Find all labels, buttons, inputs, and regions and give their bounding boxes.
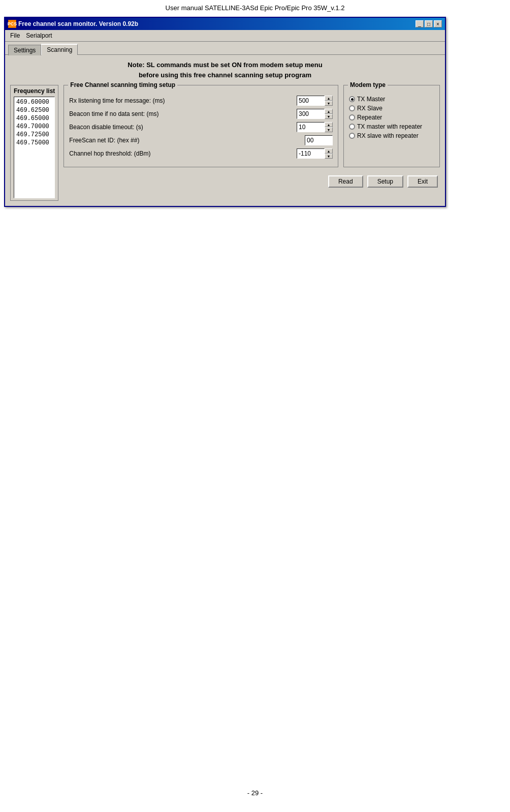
radio-button-tx-master-with-repeater[interactable]: [349, 124, 355, 130]
tab-settings[interactable]: Settings: [8, 45, 41, 55]
freescan-id-container: [305, 135, 333, 145]
beacon-time-label: Beacon time if no data sent: (ms): [69, 110, 294, 117]
form-row-beacon-disable: Beacon disable timeout: (s) ▲ ▼: [69, 122, 333, 132]
channel-hop-label: Channel hop threshold: (dBm): [69, 150, 294, 157]
radio-button-tx-master[interactable]: [349, 96, 355, 102]
beacon-time-spinbtns: ▲ ▼: [325, 109, 333, 119]
form-row-rx-listen: Rx listening time for message: (ms) ▲ ▼: [69, 96, 333, 106]
setup-button[interactable]: Setup: [367, 175, 403, 188]
rx-listen-spin: ▲ ▼: [297, 96, 333, 106]
menu-bar: File Serialport: [5, 30, 445, 42]
frequency-list-box: Frequency list 469.60000469.62500469.650…: [10, 85, 58, 201]
beacon-time-down[interactable]: ▼: [325, 114, 333, 119]
freescan-id-label: FreeScan net ID: (hex ##): [69, 137, 302, 144]
read-button[interactable]: Read: [328, 175, 363, 188]
note-text: Note: SL commands must be set ON from mo…: [10, 60, 440, 80]
right-panel: Free Channel scanning timing setup Rx li…: [63, 85, 440, 201]
beacon-disable-spin: ▲ ▼: [297, 122, 333, 132]
menu-file[interactable]: File: [7, 31, 23, 40]
modem-type-group: Modem type TX MasterRX SlaveRepeaterTX m…: [343, 85, 440, 167]
form-row-beacon-time: Beacon time if no data sent: (ms) ▲ ▼: [69, 109, 333, 119]
beacon-time-input[interactable]: [297, 109, 325, 119]
main-layout: Frequency list 469.60000469.62500469.650…: [10, 85, 440, 201]
beacon-time-spin: ▲ ▼: [297, 109, 333, 119]
form-row-channel-hop: Channel hop threshold: (dBm) ▲ ▼: [69, 148, 333, 159]
title-bar: PCS Free channel scan monitor. Version 0…: [5, 18, 445, 30]
radio-label: RX Slave: [357, 105, 382, 112]
channel-hop-input[interactable]: [297, 148, 325, 159]
app-icon: PCS: [8, 20, 16, 28]
radio-button-repeater[interactable]: [349, 114, 355, 121]
beacon-disable-down[interactable]: ▼: [325, 127, 333, 132]
modem-options: TX MasterRX SlaveRepeaterTX master with …: [349, 96, 434, 139]
beacon-disable-up[interactable]: ▲: [325, 122, 333, 127]
menu-serialport[interactable]: Serialport: [23, 31, 55, 40]
freescan-id-input[interactable]: [305, 135, 333, 145]
timing-modem-row: Free Channel scanning timing setup Rx li…: [63, 85, 440, 167]
list-item[interactable]: 469.60000: [15, 98, 53, 106]
radio-label: Repeater: [357, 114, 382, 121]
radio-row: TX Master: [349, 96, 434, 103]
radio-label: RX slave with repeater: [357, 132, 419, 139]
beacon-time-up[interactable]: ▲: [325, 109, 333, 114]
rx-listen-up[interactable]: ▲: [325, 96, 333, 101]
list-item[interactable]: 469.65000: [15, 114, 53, 123]
list-item[interactable]: 469.75000: [15, 139, 53, 147]
rx-listen-label: Rx listening time for message: (ms): [69, 97, 294, 104]
page-title: User manual SATELLINE-3ASd Epic Pro/Epic…: [0, 0, 510, 17]
timing-group: Free Channel scanning timing setup Rx li…: [63, 85, 338, 167]
radio-row: Repeater: [349, 114, 434, 121]
list-item[interactable]: 469.62500: [15, 106, 53, 114]
radio-row: RX slave with repeater: [349, 132, 434, 139]
button-row: Read Setup Exit: [63, 175, 440, 188]
page-number: - 29 -: [0, 789, 510, 797]
title-bar-buttons: _ □ ×: [416, 20, 442, 27]
rx-listen-spinbtns: ▲ ▼: [325, 96, 333, 106]
beacon-disable-input[interactable]: [297, 122, 325, 132]
window-title: Free channel scan monitor. Version 0.92b: [18, 20, 138, 27]
maximize-button[interactable]: □: [425, 20, 433, 27]
form-row-freescan-id: FreeScan net ID: (hex ##): [69, 135, 333, 145]
radio-row: RX Slave: [349, 105, 434, 112]
radio-label: TX master with repeater: [357, 123, 422, 130]
title-bar-left: PCS Free channel scan monitor. Version 0…: [8, 20, 138, 28]
modem-type-title: Modem type: [348, 81, 388, 88]
timing-group-title: Free Channel scanning timing setup: [68, 81, 177, 88]
close-button[interactable]: ×: [434, 20, 442, 27]
rx-listen-down[interactable]: ▼: [325, 101, 333, 106]
radio-button-rx-slave-with-repeater[interactable]: [349, 133, 355, 139]
tab-scanning[interactable]: Scanning: [41, 44, 78, 55]
channel-hop-up[interactable]: ▲: [325, 148, 333, 154]
exit-button[interactable]: Exit: [407, 175, 438, 188]
channel-hop-spin: ▲ ▼: [297, 148, 333, 159]
frequency-listbox[interactable]: 469.60000469.62500469.65000469.70000469.…: [14, 97, 55, 198]
content-area: Note: SL commands must be set ON from mo…: [5, 54, 445, 206]
beacon-disable-spinbtns: ▲ ▼: [325, 122, 333, 132]
channel-hop-down[interactable]: ▼: [325, 154, 333, 159]
radio-button-rx-slave[interactable]: [349, 105, 355, 111]
tabs-bar: Settings Scanning: [5, 42, 445, 54]
rx-listen-input[interactable]: [297, 96, 325, 106]
beacon-disable-label: Beacon disable timeout: (s): [69, 124, 294, 131]
list-item[interactable]: 469.70000: [15, 123, 53, 131]
frequency-list-title: Frequency list: [14, 87, 55, 95]
channel-hop-spinbtns: ▲ ▼: [325, 148, 333, 159]
list-item[interactable]: 469.72500: [15, 131, 53, 139]
minimize-button[interactable]: _: [416, 20, 424, 27]
radio-row: TX master with repeater: [349, 123, 434, 130]
radio-label: TX Master: [357, 96, 385, 103]
main-window: PCS Free channel scan monitor. Version 0…: [4, 17, 446, 207]
